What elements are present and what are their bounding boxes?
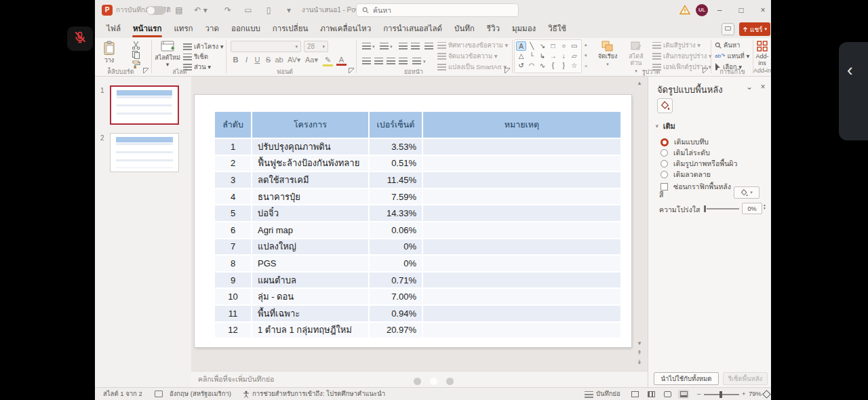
reading-view-icon[interactable] <box>662 390 673 399</box>
collapse-ribbon-icon[interactable]: ⌄ <box>764 68 768 73</box>
slide-sorter-view-icon[interactable] <box>646 390 656 399</box>
slide-table[interactable]: ลำดับ โครงการ เปอร์เซ็นต์ หมายเหตุ 1ปรับ… <box>215 112 620 339</box>
oval-shape-icon[interactable]: ○ <box>559 41 569 51</box>
picture-fill-option[interactable]: เติมรูปภาพหรือพื้นผิว <box>660 158 737 169</box>
tab-design[interactable]: ออกแบบ <box>225 20 267 38</box>
arrow-shape-icon[interactable]: ↘ <box>537 41 547 51</box>
tab-review[interactable]: รีวิว <box>481 20 506 38</box>
text-direction-button[interactable]: ทิศทางของข้อความ ▾ <box>437 40 508 50</box>
align-right-icon[interactable] <box>387 58 395 64</box>
start-slideshow-icon[interactable]: ▭ <box>241 0 255 20</box>
accessibility-status[interactable]: การช่วยสำหรับการเข้าถึง: โปรดศึกษาคำแนะน… <box>252 388 385 400</box>
triangle-shape-icon[interactable]: △ <box>516 52 526 61</box>
transparency-slider-handle[interactable] <box>704 205 706 212</box>
slide-thumbnail-2[interactable] <box>110 133 179 172</box>
rounded-rectangle-shape-icon[interactable]: ▭ <box>569 41 579 51</box>
text-shadow-button[interactable]: ab <box>274 56 284 64</box>
warning-icon[interactable] <box>679 5 690 18</box>
strikethrough-button[interactable]: S <box>263 56 273 64</box>
tab-file[interactable]: ไฟล์ <box>100 20 127 38</box>
right-arrow-shape-icon[interactable]: → <box>548 52 558 61</box>
find-button[interactable]: ค้นหา <box>715 40 740 50</box>
convert-smartart-button[interactable]: แปลงเป็น SmartArt ▾ <box>437 62 507 72</box>
shape-outline-button[interactable]: เส้นกรอบรูปร่าง ▾ <box>652 51 712 61</box>
bullets-icon[interactable] <box>362 43 371 49</box>
next-slide-icon[interactable]: ↡ <box>635 359 644 365</box>
arc-shape-icon[interactable]: ◠ <box>527 61 537 71</box>
align-center-icon[interactable] <box>374 58 383 64</box>
align-text-button[interactable]: จัดแนวข้อความ ▾ <box>437 51 498 61</box>
bullets-dropdown[interactable]: ▾ <box>372 44 375 49</box>
font-name-combo[interactable]: ▾ <box>231 41 301 52</box>
shapes-scroll-down-icon[interactable]: ▾ <box>585 53 587 58</box>
shapes-more-icon[interactable]: ≡ <box>585 64 587 68</box>
font-color-button[interactable]: A <box>336 56 347 66</box>
change-case-button[interactable]: Aa▾ <box>305 56 315 64</box>
tab-help[interactable]: วิธีใช้ <box>542 20 572 38</box>
quick-access-more-icon[interactable]: ▾ <box>282 0 296 20</box>
transparency-spinner[interactable]: ▴▾ <box>764 203 766 210</box>
tab-insert[interactable]: แทรก <box>167 20 199 38</box>
minimize-button[interactable]: – <box>711 0 728 20</box>
replace-button[interactable]: ab↷ แทนที่ ▾ <box>715 51 749 61</box>
transparency-value-box[interactable]: 0% <box>742 203 762 214</box>
autosave-toggle[interactable] <box>146 6 165 15</box>
underline-button[interactable]: U <box>252 56 262 64</box>
highlight-color-button[interactable]: ✎ <box>323 56 333 66</box>
shapes-scroll-up-icon[interactable]: ▴ <box>585 42 587 47</box>
comments-button[interactable] <box>722 23 734 35</box>
right-brace-shape-icon[interactable]: } <box>559 61 569 71</box>
reset-background-button[interactable]: รีเซ็ตพื้นหลัง <box>723 372 768 385</box>
fill-section-header[interactable]: ∨ เติม <box>655 120 675 132</box>
character-spacing-button[interactable]: AV▾ <box>288 56 298 64</box>
down-arrow-shape-icon[interactable]: ↓ <box>559 52 569 61</box>
restore-button[interactable]: □ <box>732 0 750 20</box>
close-button[interactable]: × <box>754 0 772 20</box>
redo-icon[interactable]: ↷ <box>221 0 235 20</box>
pattern-fill-option[interactable]: เติมลวดลาย <box>660 169 711 180</box>
paragraph-dialog-launcher-icon[interactable] <box>505 68 510 73</box>
columns-dropdown[interactable]: ▾ <box>423 59 426 64</box>
columns-icon[interactable] <box>412 58 421 64</box>
line-spacing-icon[interactable] <box>425 43 433 49</box>
layout-button[interactable]: เค้าโครง ▾ <box>183 41 224 52</box>
bold-button[interactable]: B <box>231 56 241 64</box>
zoom-out-button[interactable]: – <box>697 388 701 400</box>
tab-view[interactable]: มุมมอง <box>506 20 542 38</box>
tab-animations[interactable]: ภาพเคลื่อนไหว <box>314 20 377 38</box>
notes-toggle[interactable]: บันทึกย่อ <box>596 388 620 400</box>
tab-record[interactable]: บันทึก <box>448 20 481 38</box>
share-button[interactable]: แชร์▾ <box>739 22 770 36</box>
user-avatar[interactable]: UL <box>696 4 708 16</box>
scroll-down-icon[interactable]: ▾ <box>635 340 644 346</box>
fit-slide-to-window-icon[interactable] <box>762 390 771 399</box>
collapse-panel-button[interactable]: ‹ <box>839 42 868 140</box>
drawing-dialog-launcher-icon[interactable] <box>703 68 708 73</box>
slideshow-view-icon[interactable] <box>678 390 689 399</box>
hide-background-graphics-option[interactable]: ซ่อนกราฟิกพื้นหลัง <box>660 181 731 193</box>
pane-options-chevron-icon[interactable]: ⌄ <box>743 82 755 92</box>
numbering-icon[interactable] <box>380 43 389 49</box>
tab-transitions[interactable]: การเปลี่ยน <box>267 20 314 38</box>
justify-icon[interactable] <box>399 58 408 64</box>
freeform-shape-icon[interactable]: ↺ <box>516 61 526 71</box>
save-icon[interactable]: ▤ <box>172 0 186 20</box>
gradient-fill-option[interactable]: เติมไล่ระดับ <box>660 147 710 159</box>
spellcheck-book-icon[interactable] <box>155 391 163 397</box>
shapes-gallery[interactable]: A ╲ ↘ □ ○ ▭ △ └ ↳ → ↓ ▱ ↺ ◠ ∿ { } ☆ <box>514 39 582 73</box>
arrange-button[interactable]: จัดเรียง▾ <box>594 41 621 68</box>
tab-slideshow[interactable]: การนำเสนอสไลด์ <box>377 20 448 38</box>
transparency-slider-track[interactable] <box>707 208 739 209</box>
zoom-level[interactable]: 79% <box>749 388 762 400</box>
italic-button[interactable]: I <box>241 56 252 64</box>
previous-slide-icon[interactable]: ↟ <box>635 349 644 356</box>
color-picker-button[interactable]: ▾ <box>734 186 760 199</box>
left-brace-shape-icon[interactable]: { <box>548 61 558 71</box>
apply-to-all-button[interactable]: นำไปใช้กับทั้งหมด <box>654 372 719 385</box>
curve-shape-icon[interactable]: ∿ <box>537 61 547 71</box>
slide-canvas[interactable]: ลำดับ โครงการ เปอร์เซ็นต์ หมายเหตุ 1ปรับ… <box>195 95 631 347</box>
scroll-up-icon[interactable]: ▴ <box>635 79 644 86</box>
language-status[interactable]: อังกฤษ (สหรัฐอเมริกา) <box>170 388 231 400</box>
addins-button[interactable]: Add-ins <box>755 41 769 66</box>
fill-tool-button[interactable] <box>657 98 673 113</box>
